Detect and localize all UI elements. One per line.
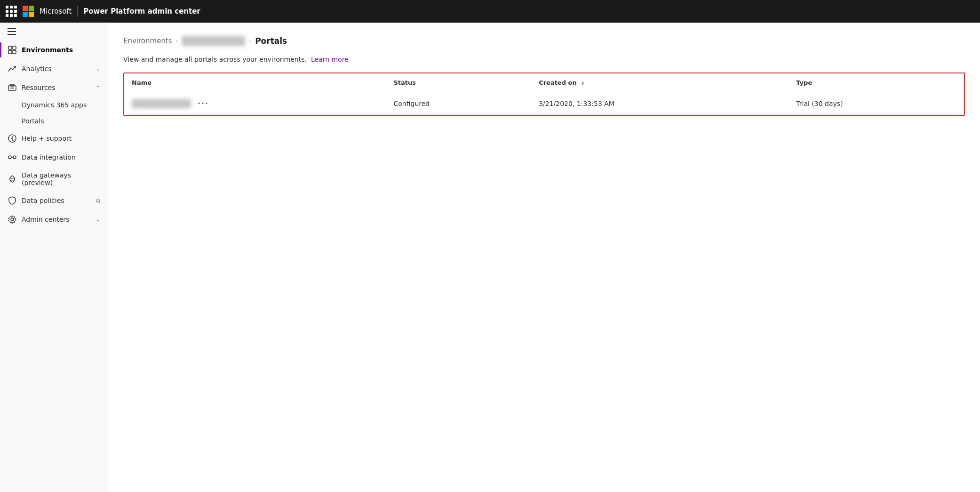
table-body: contoso sandbox ··· Configured 3/21/2020… xyxy=(124,92,964,115)
main-layout: Environments Analytics ⌄ Resour xyxy=(0,23,980,492)
topbar-divider xyxy=(77,6,78,17)
breadcrumb-blurred-env: contoso sandbox xyxy=(182,36,245,46)
microsoft-logo xyxy=(23,6,34,17)
app-title: Power Platform admin center xyxy=(83,7,200,16)
analytics-chevron: ⌄ xyxy=(96,66,100,72)
col-type[interactable]: Type xyxy=(789,73,964,92)
topbar: Microsoft Power Platform admin center xyxy=(0,0,980,23)
breadcrumb-sep2: › xyxy=(249,38,251,44)
cell-status: Configured xyxy=(386,92,531,115)
datapolicies-external-icon: ⧉ xyxy=(96,197,100,204)
svg-rect-1 xyxy=(8,31,16,32)
portals-table-container: Name Status Created on ↓ Type xyxy=(123,73,965,116)
sidebar-item-datagateways[interactable]: Data gateways (preview) xyxy=(0,167,108,191)
portals-table: Name Status Created on ↓ Type xyxy=(124,73,964,115)
sidebar-item-dataintegration[interactable]: Data integration xyxy=(0,148,108,167)
svg-rect-4 xyxy=(13,46,16,49)
content-inner: Environments › contoso sandbox › Portals… xyxy=(108,23,980,492)
svg-rect-3 xyxy=(8,46,12,49)
svg-point-16 xyxy=(13,156,16,159)
sort-icon-created-on: ↓ xyxy=(581,80,585,86)
portal-name-blurred: contoso sandbox xyxy=(132,99,191,108)
resources-icon xyxy=(8,83,17,92)
svg-rect-0 xyxy=(8,28,16,29)
sidebar-item-datapolicies[interactable]: Data policies ⧉ xyxy=(0,191,108,210)
cell-name: contoso sandbox ··· xyxy=(124,92,386,115)
resources-label: Resources xyxy=(22,84,91,91)
svg-point-18 xyxy=(11,218,14,221)
environments-icon xyxy=(8,45,17,55)
admincenters-label: Admin centers xyxy=(22,216,91,223)
helpsupport-icon xyxy=(8,134,17,143)
svg-rect-8 xyxy=(10,84,14,86)
admincenters-icon xyxy=(8,215,17,224)
breadcrumb: Environments › contoso sandbox › Portals xyxy=(123,36,965,46)
page-description: View and manage all portals across your … xyxy=(123,56,965,63)
sidebar: Environments Analytics ⌄ Resour xyxy=(0,23,108,492)
sidebar-item-resources[interactable]: Resources ⌃ xyxy=(0,78,108,97)
col-name[interactable]: Name xyxy=(124,73,386,92)
svg-rect-5 xyxy=(8,50,12,54)
analytics-icon xyxy=(8,64,17,73)
datapolicies-label: Data policies xyxy=(22,197,91,204)
cell-created-on: 3/21/2020, 1:33:53 AM xyxy=(531,92,789,115)
table-row: contoso sandbox ··· Configured 3/21/2020… xyxy=(124,92,964,115)
helpsupport-label: Help + support xyxy=(22,135,100,142)
sidebar-item-admincenters[interactable]: Admin centers ⌄ xyxy=(0,210,108,229)
sidebar-item-dynamics365apps[interactable]: Dynamics 365 apps xyxy=(0,97,108,113)
col-status[interactable]: Status xyxy=(386,73,531,92)
svg-point-11 xyxy=(12,137,13,138)
breadcrumb-environments[interactable]: Environments xyxy=(123,37,172,45)
table-header: Name Status Created on ↓ Type xyxy=(124,73,964,92)
row-actions-dots[interactable]: ··· xyxy=(198,99,209,108)
breadcrumb-sep1: › xyxy=(176,38,178,44)
sidebar-item-environments[interactable]: Environments xyxy=(0,40,108,59)
dynamics365apps-label: Dynamics 365 apps xyxy=(22,101,87,109)
sidebar-item-helpsupport[interactable]: Help + support xyxy=(0,129,108,148)
sidebar-toggle[interactable] xyxy=(0,23,108,40)
learn-more-link[interactable]: Learn more xyxy=(311,56,349,63)
svg-rect-2 xyxy=(8,34,16,35)
col-created-on[interactable]: Created on ↓ xyxy=(531,73,789,92)
admincenters-chevron: ⌄ xyxy=(96,217,100,223)
dataintegration-label: Data integration xyxy=(22,153,100,161)
portals-label: Portals xyxy=(22,117,44,125)
datagateways-label: Data gateways (preview) xyxy=(22,171,100,186)
company-name: Microsoft xyxy=(40,7,72,16)
sidebar-item-analytics[interactable]: Analytics ⌄ xyxy=(0,59,108,78)
breadcrumb-current: Portals xyxy=(255,36,287,46)
datagateways-icon xyxy=(8,174,17,184)
content-area: Environments › contoso sandbox › Portals… xyxy=(108,23,980,492)
svg-rect-6 xyxy=(13,50,16,54)
datapolicies-icon xyxy=(8,196,17,205)
svg-point-15 xyxy=(8,156,11,159)
waffle-button[interactable] xyxy=(6,6,17,17)
cell-type: Trial (30 days) xyxy=(789,92,964,115)
dataintegration-icon xyxy=(8,153,17,162)
resources-chevron: ⌃ xyxy=(96,85,100,91)
sidebar-item-portals[interactable]: Portals xyxy=(0,113,108,129)
environments-label: Environments xyxy=(22,46,100,54)
analytics-label: Analytics xyxy=(22,65,91,73)
